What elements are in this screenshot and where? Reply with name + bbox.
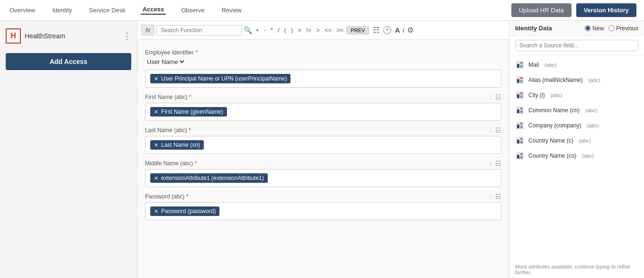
- chip-label-last_name: Last Name (sn): [161, 142, 200, 148]
- add-access-button[interactable]: Add Access: [6, 53, 131, 70]
- chip-label: User Principal Name or UPN (userPrincipa…: [161, 75, 287, 82]
- identity-item-name: Mail: [528, 62, 539, 68]
- svg-rect-9: [517, 94, 519, 98]
- nav-access[interactable]: Access: [141, 6, 166, 15]
- svg-rect-15: [520, 110, 523, 113]
- identity-data-title: Identity Data: [515, 25, 581, 32]
- identity-search-input[interactable]: [515, 40, 638, 51]
- nav-service-desk[interactable]: Service Desk: [87, 7, 127, 14]
- formula-ops: + - * / ( ) = != > <= >=: [254, 26, 345, 34]
- version-history-button[interactable]: Version History: [576, 3, 636, 17]
- identity-list-item[interactable]: City (l) (abc): [509, 88, 644, 103]
- employee-identifier-select[interactable]: User Name: [145, 58, 186, 66]
- identity-item-icon: [515, 151, 525, 161]
- sidebar: H HealthStream ⋮ Add Access: [0, 21, 137, 278]
- section-label-middle_name: Middle Name (abc) *: [145, 160, 197, 167]
- radio-previous-input[interactable]: [608, 25, 615, 31]
- op-divide[interactable]: /: [277, 26, 281, 34]
- op-greater[interactable]: >: [315, 26, 321, 34]
- identity-search-container: [509, 36, 644, 55]
- radio-new-label[interactable]: New: [585, 25, 604, 32]
- op-plus[interactable]: +: [254, 26, 260, 34]
- op-open-paren[interactable]: (: [283, 26, 287, 34]
- svg-rect-27: [520, 156, 523, 159]
- section-table-icon-first_name[interactable]: ☷: [495, 93, 501, 101]
- table-icon[interactable]: ☷: [373, 26, 380, 35]
- radio-new-input[interactable]: [585, 25, 591, 31]
- healthstream-logo: H: [6, 28, 21, 44]
- prev-button[interactable]: PREV: [346, 26, 369, 35]
- nav-observe[interactable]: Observe: [179, 7, 206, 14]
- employee-identifier-chip[interactable]: ✕ User Principal Name or UPN (userPrinci…: [150, 74, 290, 83]
- identity-item-type: (abc): [589, 77, 600, 83]
- section-formula-box-first_name[interactable]: ✕ First Name (givenName): [145, 103, 501, 121]
- formula-icon-group: ☷ 🕐 A i ⚙: [373, 26, 414, 35]
- nav-identity[interactable]: Identity: [50, 7, 74, 14]
- op-multiply[interactable]: *: [270, 26, 274, 34]
- svg-rect-22: [520, 138, 523, 140]
- upload-hr-data-button[interactable]: Upload HR Data: [511, 3, 571, 17]
- chip-remove-icon-password[interactable]: ✕: [154, 208, 158, 215]
- radio-previous-label[interactable]: Previous: [608, 25, 638, 32]
- section-formula-box-password[interactable]: ✕ Password (password): [145, 202, 501, 220]
- op-equals[interactable]: =: [297, 26, 302, 34]
- svg-rect-13: [517, 109, 519, 113]
- identity-list-item[interactable]: Alias (mailNickName) (abc): [509, 72, 644, 88]
- right-panel: Identity Data New Previous: [509, 21, 644, 278]
- top-nav: Overview Identity Service Desk Access Ob…: [0, 0, 644, 21]
- identity-item-icon: [515, 75, 525, 85]
- svg-rect-6: [520, 77, 523, 79]
- identity-item-name: Country Name (co): [528, 152, 576, 159]
- chip-remove-icon-middle_name[interactable]: ✕: [154, 175, 158, 181]
- op-minus[interactable]: -: [263, 26, 267, 34]
- sidebar-menu-icon[interactable]: ⋮: [123, 31, 131, 41]
- section-header-first_name: First Name (abc) * : ☷: [145, 93, 501, 101]
- employee-identifier-required: *: [196, 49, 198, 56]
- section-chip-last_name[interactable]: ✕ Last Name (sn): [150, 140, 204, 150]
- op-gte[interactable]: >=: [336, 26, 345, 34]
- nav-items-container: Overview Identity Service Desk Access Ob…: [8, 6, 244, 15]
- identity-item-name: Country Name (c): [528, 137, 573, 144]
- clock-icon[interactable]: 🕐: [382, 26, 392, 35]
- section-table-icon-password[interactable]: ☷: [495, 193, 501, 200]
- section-table-icon-last_name[interactable]: ☷: [495, 126, 501, 134]
- search-function-input[interactable]: [156, 25, 242, 36]
- section-table-icon-middle_name[interactable]: ☷: [495, 160, 501, 167]
- employee-identifier-label-row: Employee Identifier *: [145, 49, 501, 56]
- section-colon-middle_name: :: [490, 160, 491, 167]
- identity-item-name: Alias (mailNickName): [528, 77, 583, 83]
- op-not-equals[interactable]: !=: [305, 26, 312, 34]
- section-chip-middle_name[interactable]: ✕ extensionAttribute1 (extensionAttribut…: [150, 173, 268, 183]
- section-chip-password[interactable]: ✕ Password (password): [150, 206, 219, 216]
- more-attributes-text: More attributes available, continue typi…: [509, 261, 644, 278]
- employee-identifier-formula-box[interactable]: ✕ User Principal Name or UPN (userPrinci…: [145, 70, 501, 88]
- identity-item-type: (abc): [579, 138, 591, 143]
- op-close-paren[interactable]: ): [290, 26, 294, 34]
- section-formula-box-last_name[interactable]: ✕ Last Name (sn): [145, 136, 501, 154]
- settings-icon[interactable]: ⚙: [407, 26, 414, 35]
- identity-list-item[interactable]: Common Name (cn) (abc): [509, 103, 644, 118]
- identity-item-type: (abc): [585, 108, 597, 113]
- svg-rect-19: [520, 126, 523, 128]
- op-lte[interactable]: <=: [324, 26, 333, 34]
- identity-list-item[interactable]: Mail (abc): [509, 57, 644, 72]
- identity-list-item[interactable]: Company (company) (abc): [509, 118, 644, 133]
- chip-remove-icon[interactable]: ✕: [154, 76, 158, 82]
- section-formula-box-middle_name[interactable]: ✕ extensionAttribute1 (extensionAttribut…: [145, 169, 501, 187]
- section-chip-first_name[interactable]: ✕ First Name (givenName): [150, 107, 227, 117]
- chip-remove-icon-first_name[interactable]: ✕: [154, 109, 158, 115]
- identity-list-item[interactable]: Country Name (co) (abc): [509, 148, 644, 163]
- identity-item-type: (abc): [587, 123, 599, 128]
- search-function-button[interactable]: 🔍: [244, 26, 253, 35]
- identity-item-icon: [515, 121, 525, 130]
- identity-list-item[interactable]: Country Name (c) (abc): [509, 133, 644, 148]
- nav-review[interactable]: Review: [219, 7, 244, 14]
- radio-new-text: New: [592, 25, 604, 32]
- nav-overview[interactable]: Overview: [8, 7, 37, 14]
- section-first_name: First Name (abc) * : ☷ ✕ First Name (giv…: [145, 93, 501, 121]
- text-icon[interactable]: A: [395, 26, 400, 34]
- chip-remove-icon-last_name[interactable]: ✕: [154, 142, 158, 148]
- info-icon[interactable]: i: [403, 27, 404, 34]
- section-middle_name: Middle Name (abc) * : ☷ ✕ extensionAttri…: [145, 160, 501, 187]
- section-header-last_name: Last Name (abc) * : ☷: [145, 126, 501, 134]
